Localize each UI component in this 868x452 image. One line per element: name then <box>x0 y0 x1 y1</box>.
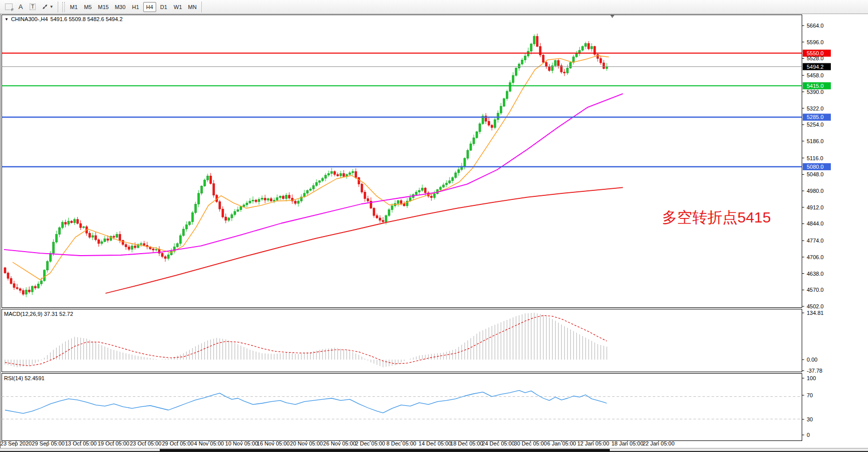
pane-frames <box>1 14 802 448</box>
timeframe-button-w1[interactable]: W1 <box>171 2 185 12</box>
axis-label: 134.81 <box>807 310 824 316</box>
axis-label: 4706.0 <box>807 254 824 260</box>
timeframe-button-m15[interactable]: M15 <box>95 2 111 12</box>
axis-label: 18 Dec 05:00 <box>450 440 483 446</box>
arrow-objects-tool[interactable]: ▼ <box>39 2 56 13</box>
timeframe-button-m5[interactable]: M5 <box>81 2 94 12</box>
axis-label: 8 Dec 05:00 <box>386 440 416 446</box>
rsi-pane[interactable] <box>2 374 802 441</box>
axis-label: 5596.0 <box>807 39 824 45</box>
axis-label: 5322.0 <box>807 105 824 111</box>
chart-title-bar[interactable]: ▼ CHINA300-,H4 5491.6 5509.8 5482.6 5494… <box>5 16 123 22</box>
axis-label: 5415.0 <box>807 83 824 89</box>
axis-label: 16 Nov 05:00 <box>257 440 289 446</box>
frame-grid-tool-icon[interactable]: F <box>3 2 15 13</box>
letter-a-icon: A <box>19 3 23 11</box>
axis-label: 6 Jan 05:00 <box>547 440 576 446</box>
axis-label: 12 Jan 05:00 <box>577 440 609 446</box>
frame-tool-letter: F <box>12 8 14 12</box>
toolbar: F A T ▼ M1 M5 M15 M30 H1 H4 D1 W1 MN <box>0 0 868 14</box>
axis-label: 5528.0 <box>807 55 824 61</box>
axis-label: 4844.0 <box>807 220 824 227</box>
macd-scale: 134.810.00-37.78 <box>802 310 824 374</box>
axis-label: 5390.0 <box>807 89 824 95</box>
time-axis[interactable]: 23 Sep 202029 Sep 05:0013 Oct 05:0019 Oc… <box>1 440 675 446</box>
axis-label: 23 Sep 2020 <box>1 440 32 446</box>
axis-label: 4 Nov 05:00 <box>194 440 224 446</box>
axis-label: 29 Sep 05:00 <box>32 440 64 446</box>
axis-label: 22 Jan 05:00 <box>642 440 675 446</box>
timeframe-button-d1[interactable]: D1 <box>157 2 170 12</box>
chart-ohlc-values: 5491.6 5509.8 5482.6 5494.2 <box>50 16 123 22</box>
axis-label: 4774.0 <box>807 238 824 244</box>
axis-label: 5186.0 <box>807 138 824 144</box>
axis-label: 18 Jan 05:00 <box>611 440 643 446</box>
axis-label: 29 Oct 05:00 <box>162 440 194 446</box>
timeframe-button-h4[interactable]: H4 <box>143 2 156 12</box>
chart-text-annotation[interactable]: 多空转折点5415 <box>662 207 771 228</box>
axis-label: 24 Dec 05:00 <box>482 440 514 446</box>
scrollbar-thumb[interactable] <box>160 449 610 451</box>
timeframe-button-m1[interactable]: M1 <box>67 2 80 12</box>
axis-label: 2 Dec 05:00 <box>355 440 385 446</box>
axis-label: -37.78 <box>807 368 822 374</box>
axis-label: 20 Nov 05:00 <box>290 440 322 446</box>
axis-label: 5048.0 <box>807 171 824 177</box>
axis-label: 5116.0 <box>807 155 823 161</box>
axis-label: 10 Nov 05:00 <box>225 440 258 446</box>
axis-label: 5494.2 <box>807 64 824 70</box>
axis-label: 70 <box>807 392 813 398</box>
axis-label: 14 Dec 05:00 <box>418 440 451 446</box>
axis-label: 26 Nov 05:00 <box>323 440 356 446</box>
axis-label: 30 <box>807 416 813 422</box>
main-pane[interactable] <box>2 15 802 308</box>
axis-label: 0 <box>807 432 810 438</box>
axis-label: 5080.0 <box>807 164 824 170</box>
timeframe-button-h1[interactable]: H1 <box>129 2 142 12</box>
horizontal-scrollbar[interactable] <box>0 448 868 452</box>
chart-symbol-label: CHINA300-,H4 <box>11 16 48 22</box>
axis-label: 19 Oct 05:00 <box>98 440 130 446</box>
rsi-scale: 10070300 <box>802 375 816 438</box>
toolbar-separator <box>201 2 202 13</box>
timeframe-button-mn[interactable]: MN <box>185 2 199 12</box>
dotted-grid-icon: F <box>5 4 13 10</box>
axis-label: 0.00 <box>807 357 817 363</box>
toolbar-drag-grip[interactable] <box>62 2 65 12</box>
rsi-indicator-label: RSI(14) 52.4591 <box>4 375 45 381</box>
axis-label: 4502.0 <box>807 303 824 309</box>
axis-label: 4638.0 <box>807 271 824 277</box>
chevron-down-icon: ▼ <box>50 5 54 9</box>
axis-label: 4980.0 <box>807 188 824 194</box>
diagonal-arrows-icon <box>41 3 49 11</box>
axis-label: 4570.0 <box>807 287 824 293</box>
toolbar-separator <box>58 2 58 13</box>
macd-indicator-label: MACD(12,26,9) 37.31 52.72 <box>4 311 73 317</box>
axis-label: 5285.0 <box>807 114 824 120</box>
text-label-tool-icon[interactable]: A <box>15 2 27 13</box>
letter-t-icon: T <box>30 4 36 10</box>
chart-window: 5550.05415.05285.05080.05494.25664.05596… <box>0 0 868 452</box>
axis-label: 23 Oct 05:00 <box>130 440 162 446</box>
axis-label: 100 <box>807 375 816 381</box>
axis-label: 5664.0 <box>807 23 824 29</box>
axis-label: 13 Oct 05:00 <box>65 440 97 446</box>
axis-label: 5254.0 <box>807 122 824 128</box>
axis-label: 5458.0 <box>807 72 824 78</box>
chart-dropdown-icon[interactable]: ▼ <box>5 17 9 22</box>
axis-label: 30 Dec 05:00 <box>514 440 547 446</box>
axis-label: 4912.0 <box>807 204 824 210</box>
text-box-tool-icon[interactable]: T <box>27 2 39 13</box>
timeframe-button-m30[interactable]: M30 <box>112 2 128 12</box>
macd-pane[interactable] <box>2 309 802 372</box>
